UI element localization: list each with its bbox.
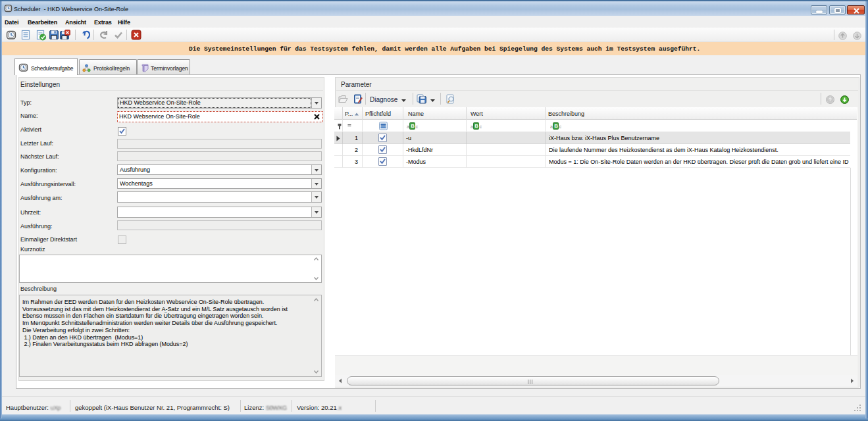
svg-text:B: B xyxy=(474,123,478,129)
svg-text:c: c xyxy=(480,124,482,129)
svg-text:B: B xyxy=(411,123,415,129)
svg-text:c: c xyxy=(416,124,419,129)
svg-text:a: a xyxy=(471,124,473,129)
svg-text:B: B xyxy=(554,123,558,129)
svg-text:a: a xyxy=(407,124,409,129)
svg-text:c: c xyxy=(559,124,562,129)
svg-text:a: a xyxy=(550,124,553,129)
